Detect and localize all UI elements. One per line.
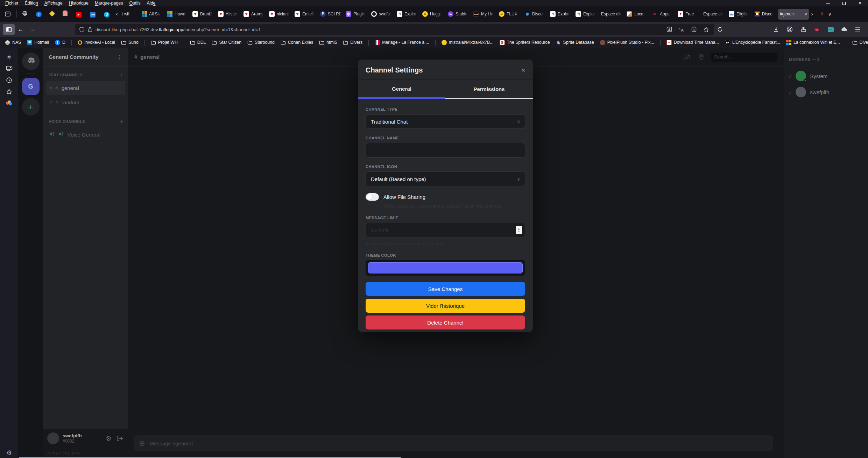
tab-close-icon[interactable]: × — [804, 12, 807, 17]
account-icon[interactable] — [786, 26, 793, 33]
pinned-location-icon[interactable] — [698, 53, 705, 61]
bookmark-mistralai-mixtral-8x7b[interactable]: :)mistralai/Mixtral-8x7B... — [442, 40, 494, 45]
message-limit-input[interactable]: No limit ∧∨ — [366, 223, 525, 237]
menu-outils[interactable]: Outils — [126, 0, 144, 6]
tab[interactable]: ◥Explor — [548, 8, 574, 20]
pinned-tab-globe-icon[interactable] — [22, 11, 28, 18]
bookmark-download-time-mana[interactable]: ♥Download Time Mana... — [666, 40, 719, 45]
bookmark-folder-conan-exiles[interactable]: Conan Exiles — [281, 40, 313, 45]
server-header[interactable]: General Community ⋮ — [43, 48, 128, 67]
bookmark-folder-divers[interactable]: Divers — [852, 40, 868, 45]
bookmark-folder-star-citizen[interactable]: Star Citizen — [212, 40, 241, 45]
file-sharing-toggle[interactable] — [366, 193, 379, 201]
minimize-button[interactable] — [820, 0, 836, 6]
tab[interactable]: ♥niciara — [267, 8, 293, 20]
channel-name-input[interactable] — [366, 143, 525, 158]
tab[interactable]: ♥Emie0 — [293, 8, 318, 20]
bookmarks-star-icon[interactable] — [0, 86, 18, 97]
tab[interactable]: PSCI RE — [318, 8, 344, 20]
add-text-channel-button[interactable]: + — [120, 72, 123, 78]
attach-plus-icon[interactable]: ⊕ — [139, 439, 145, 447]
tab[interactable]: t will — [120, 8, 140, 20]
menu-affichage[interactable]: Affichage — [41, 0, 66, 6]
menu-historique[interactable]: Historique — [66, 0, 92, 6]
pinned-tab-facebook-icon[interactable]: f — [36, 11, 42, 18]
bookmark-pixelplush-studio-pix[interactable]: PixelPlush Studio - Pix... — [600, 40, 654, 45]
tab[interactable]: All Siz — [140, 8, 165, 20]
menu-marquepages[interactable]: Marque-pages — [92, 0, 126, 6]
tab[interactable]: Espace clie — [599, 8, 625, 20]
member-swefpifh[interactable]: #swefpifh — [789, 84, 865, 100]
menu-fichier[interactable]: Fichier — [2, 0, 22, 6]
new-tab-button[interactable]: + — [820, 10, 824, 18]
clear-history-button[interactable]: Vider l'historique — [366, 299, 525, 313]
bookmark-folder-ddl[interactable]: DDL — [190, 40, 206, 45]
url-bar[interactable]: discord-like-php-chat-7262.dev.flatlogic… — [75, 24, 714, 35]
bookmark-invokeai-local[interactable]: InvokeAI - Local — [78, 40, 115, 45]
modal-tab-permissions[interactable]: Permissions — [445, 80, 533, 99]
pinned-tab-diamond-icon[interactable] — [50, 11, 54, 17]
delete-channel-button[interactable]: Delete Channel — [366, 315, 525, 329]
tab[interactable]: ♥Aromy — [242, 8, 267, 20]
tab[interactable]: S.Stable — [446, 8, 472, 20]
reload-button[interactable] — [714, 24, 726, 35]
logout-icon[interactable] — [117, 435, 123, 442]
search-input[interactable]: Search... — [711, 53, 777, 62]
bookmark-folder-starbound[interactable]: Starbound — [247, 40, 275, 45]
user-settings-gear-icon[interactable]: ⚙ — [106, 435, 112, 443]
ai-chat-icon[interactable] — [0, 51, 18, 63]
history-icon[interactable] — [0, 74, 18, 86]
app-menu-icon[interactable] — [854, 26, 862, 33]
tab[interactable]: Locati — [625, 8, 650, 20]
save-page-icon[interactable] — [665, 26, 673, 33]
pinned-tab-creature-icon[interactable] — [63, 11, 68, 18]
tab[interactable]: SLAppar — [650, 8, 676, 20]
tab[interactable]: ◥Explor — [574, 8, 599, 20]
server-menu-icon[interactable]: ⋮ — [117, 54, 122, 60]
tab[interactable]: ♥Alister — [216, 8, 242, 20]
forward-button[interactable]: → — [27, 24, 38, 35]
firefox-view-button[interactable] — [2, 9, 14, 19]
bookmark-star-icon[interactable] — [702, 26, 710, 33]
bookmark-d[interactable]: fD — [55, 40, 65, 45]
tab[interactable]: ψPlugin — [344, 8, 369, 20]
tab[interactable]: ◥Explor — [395, 8, 421, 20]
ublock-icon[interactable]: UO — [813, 26, 821, 33]
screen-share-icon[interactable] — [0, 63, 18, 74]
number-spinner[interactable]: ∧∨ — [516, 226, 522, 234]
bookmark-folder-suno[interactable]: Suno — [121, 40, 139, 45]
robot-extension-icon[interactable] — [827, 26, 834, 33]
channel-icon-select[interactable]: Default (Based on type) ∨ — [366, 172, 525, 186]
maximize-button[interactable] — [836, 0, 852, 6]
bookmark-mariage-la-france[interactable]: Mariage - La France à ... — [375, 40, 429, 45]
message-input[interactable]: ⊕ Message #general — [134, 435, 773, 451]
modal-close-icon[interactable]: × — [521, 67, 525, 74]
downloads-icon[interactable] — [772, 26, 780, 33]
tab[interactable]: cloudMy Ha — [472, 8, 497, 20]
tab[interactable]: fFree : — [676, 8, 701, 20]
modal-tab-general[interactable]: General — [358, 80, 445, 99]
members-toggle-icon[interactable] — [683, 54, 691, 61]
bookmark-l-encyclop-die-fantast[interactable]: EFL'Encyclopédie Fantast... — [725, 40, 780, 45]
tab[interactable]: Discor — [523, 8, 548, 20]
save-changes-button[interactable]: Save Changes — [366, 282, 525, 296]
list-all-tabs-button[interactable]: ∨ — [828, 12, 832, 17]
server-icon-general-community[interactable]: G — [22, 78, 40, 95]
tab[interactable]: Discor — [753, 8, 778, 20]
voice-channel-voice-general[interactable]: Voice General — [46, 127, 125, 141]
tab[interactable]: adnEligibi — [727, 8, 753, 20]
extensions-icon[interactable] — [799, 26, 807, 33]
channel-random[interactable]: ##random — [46, 95, 125, 109]
scroll-tabs-right-button[interactable]: › — [809, 11, 815, 18]
sidebar-settings-gear-icon[interactable]: ⚙ — [0, 449, 18, 457]
tab[interactable]: swefpi — [369, 8, 395, 20]
bookmark-la-connexion-wifi-et-e[interactable]: La connexion Wifi et E... — [786, 40, 840, 45]
channel-general[interactable]: ##general — [46, 81, 125, 95]
scroll-tabs-left-button[interactable]: ‹ — [114, 11, 120, 18]
add-voice-channel-button[interactable]: + — [120, 119, 123, 124]
bookmark-sprite-database[interactable]: ♞Sprite Database — [556, 40, 594, 45]
bookmark-nas[interactable]: NAS — [5, 40, 21, 45]
member-system[interactable]: #System — [789, 68, 865, 84]
discord-home-button[interactable] — [22, 53, 40, 70]
channel-type-select[interactable]: Traditional Chat ∨ — [366, 114, 525, 129]
